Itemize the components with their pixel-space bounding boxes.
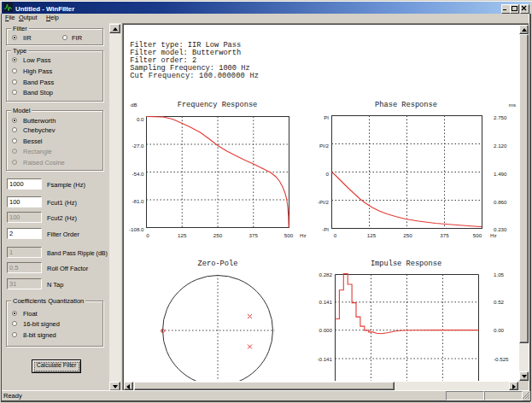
svg-text:-0.141: -0.141 — [317, 356, 332, 362]
svg-text:Hz: Hz — [490, 232, 497, 238]
svg-text:Zero-Pole: Zero-Pole — [198, 260, 238, 268]
svg-text:0.282: 0.282 — [319, 272, 333, 277]
svg-text:-PI: -PI — [322, 226, 329, 232]
svg-text:0: 0 — [326, 171, 330, 177]
svg-text:-81.0: -81.0 — [132, 198, 144, 204]
svg-text:ms: ms — [509, 102, 516, 108]
svg-text:0.000: 0.000 — [319, 327, 333, 333]
svg-text:1.05: 1.05 — [494, 272, 505, 277]
svg-text:125: 125 — [178, 232, 187, 238]
svg-text:500: 500 — [284, 232, 294, 238]
svg-text:PI: PI — [324, 114, 329, 120]
svg-text:0: 0 — [146, 232, 149, 238]
svg-text:2.750: 2.750 — [494, 114, 507, 120]
svg-text:PI/2: PI/2 — [319, 143, 330, 149]
svg-text:-27.0: -27.0 — [132, 143, 144, 149]
svg-text:500: 500 — [473, 232, 482, 238]
svg-text:Hz: Hz — [300, 232, 307, 238]
svg-text:0.141: 0.141 — [319, 299, 333, 305]
svg-text:Phase Response: Phase Response — [375, 101, 437, 109]
svg-text:0.0: 0.0 — [137, 116, 144, 122]
svg-text:dB: dB — [131, 102, 137, 108]
svg-text:-108.0: -108.0 — [129, 226, 144, 232]
svg-text:1.490: 1.490 — [494, 171, 507, 177]
svg-text:375: 375 — [249, 232, 259, 238]
svg-text:-PI/2: -PI/2 — [318, 199, 330, 205]
svg-text:Cut Frequency: 100.000000 Hz: Cut Frequency: 100.000000 Hz — [130, 72, 259, 80]
svg-text:0.860: 0.860 — [494, 199, 507, 205]
svg-text:125: 125 — [367, 232, 377, 238]
svg-text:Impulse Response: Impulse Response — [371, 260, 441, 268]
svg-text:2.120: 2.120 — [494, 143, 507, 149]
svg-text:0: 0 — [334, 232, 337, 238]
svg-text:375: 375 — [440, 232, 449, 238]
svg-text:0.00: 0.00 — [494, 327, 505, 333]
svg-text:-54.0: -54.0 — [132, 171, 144, 177]
svg-text:250: 250 — [403, 232, 412, 238]
svg-text:Frequency Response: Frequency Response — [178, 101, 258, 109]
svg-text:0.52: 0.52 — [494, 299, 505, 305]
svg-text:250: 250 — [213, 232, 223, 238]
svg-text:-0.525: -0.525 — [494, 356, 509, 362]
